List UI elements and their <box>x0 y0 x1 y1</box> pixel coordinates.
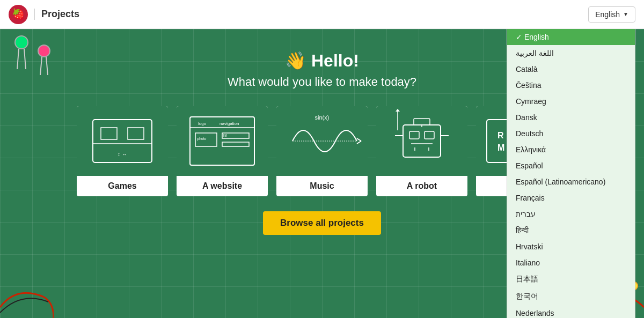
svg-rect-18 <box>222 142 249 146</box>
language-option-ar[interactable]: اللغة العربية <box>507 45 635 61</box>
chevron-down-icon: ▼ <box>623 11 628 17</box>
language-option-ko[interactable]: 한국어 <box>507 288 635 305</box>
language-option-ca[interactable]: Català <box>507 61 635 77</box>
language-option-hr[interactable]: Hrvatski <box>507 239 635 255</box>
app-title: Projects <box>34 9 79 20</box>
svg-rect-28 <box>409 131 419 139</box>
language-option-es[interactable]: Español <box>507 158 635 174</box>
svg-text:hi!: hi! <box>223 134 227 137</box>
language-option-cs[interactable]: Čeština <box>507 77 635 93</box>
card-games-image: ↕ ↔ <box>77 106 168 176</box>
language-label: English <box>595 10 620 19</box>
language-option-nl[interactable]: Nederlands <box>507 305 635 318</box>
hello-text: Hello! <box>311 51 359 70</box>
svg-text:R: R <box>497 131 504 140</box>
svg-text:M: M <box>497 143 504 152</box>
language-option-es-la[interactable]: Español (Latinoamericano) <box>507 174 635 190</box>
language-dropdown: ✓ Englishاللغة العربيةCatalàČeštinaCymra… <box>507 29 635 318</box>
language-option-cy[interactable]: Cymraeg <box>507 93 635 109</box>
svg-rect-35 <box>414 119 430 125</box>
games-drawing: ↕ ↔ <box>82 109 163 173</box>
music-drawing: sin(x) <box>282 109 362 173</box>
card-games[interactable]: ↕ ↔ Games <box>77 106 168 196</box>
svg-rect-29 <box>425 131 434 139</box>
language-option-da[interactable]: Dansk <box>507 109 635 125</box>
card-games-label: Games <box>77 176 168 196</box>
svg-rect-27 <box>403 125 441 157</box>
header: 🍓 Projects English ▼ <box>0 0 644 29</box>
language-option-hi[interactable]: हिन्दी <box>507 222 635 239</box>
svg-text:sin(x): sin(x) <box>315 114 330 121</box>
wave-emoji: 👋 <box>285 51 306 70</box>
language-option-el[interactable]: Ελληνικά <box>507 142 635 158</box>
card-music-image: sin(x) <box>276 106 368 176</box>
svg-text:navigation: navigation <box>219 121 239 126</box>
raspberry-pi-logo: 🍓 <box>9 5 28 24</box>
card-music-label: Music <box>276 176 368 196</box>
card-robot[interactable]: A robot <box>376 106 467 196</box>
language-option-de[interactable]: Deutsch <box>507 125 635 142</box>
card-website-image: logo navigation photo hi! <box>177 106 268 176</box>
svg-line-25 <box>357 141 361 144</box>
svg-text:photo: photo <box>197 137 207 141</box>
svg-rect-10 <box>101 128 117 139</box>
language-option-he[interactable]: עברית <box>507 206 635 222</box>
language-selector-button[interactable]: English ▼ <box>588 6 635 23</box>
wire-left-decoration <box>0 275 54 318</box>
language-option-fr[interactable]: Français <box>507 190 635 206</box>
svg-text:logo: logo <box>198 121 207 126</box>
website-drawing: logo navigation photo hi! <box>182 109 262 173</box>
card-website-label: A website <box>177 176 268 196</box>
card-music[interactable]: sin(x) Music <box>276 106 368 196</box>
browse-all-button[interactable]: Browse all projects <box>263 211 381 235</box>
language-option-en[interactable]: ✓ English <box>507 29 635 45</box>
svg-line-24 <box>357 138 361 141</box>
language-option-ja[interactable]: 日本語 <box>507 271 635 288</box>
card-website[interactable]: logo navigation photo hi! A website <box>177 106 268 196</box>
robot-drawing <box>382 109 462 173</box>
card-robot-image <box>376 106 467 176</box>
svg-text:↕ ↔: ↕ ↔ <box>118 151 127 157</box>
language-option-it[interactable]: Italiano <box>507 255 635 271</box>
svg-text:🍓: 🍓 <box>12 7 25 20</box>
svg-rect-11 <box>128 128 144 139</box>
svg-marker-38 <box>396 109 400 112</box>
card-robot-label: A robot <box>376 176 467 196</box>
